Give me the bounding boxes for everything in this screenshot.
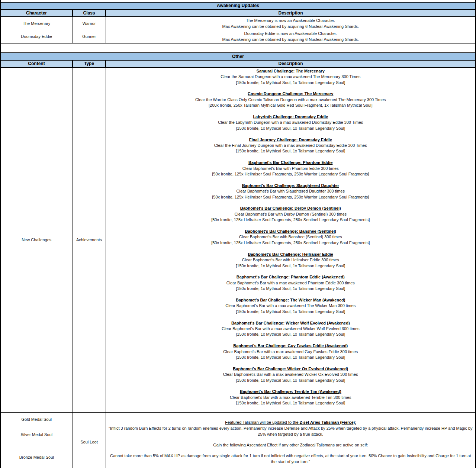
challenge-reward: [200x Ironite, 250x Talisman Mythical Go… xyxy=(107,103,474,108)
content-cell: New Challenges xyxy=(0,68,73,413)
challenge-reward: [50x Ironite, 125x Hellraiser Soul Fragm… xyxy=(107,217,474,223)
challenge-requirement: Clear Baphomet's Bar with a max awakened… xyxy=(107,326,474,332)
other-table: Other Content Type Description New Chall… xyxy=(0,52,476,468)
challenge-reward: [150x Ironite, 1x Mythical Soul, 1x Tali… xyxy=(107,378,474,383)
challenge-reward: [150x Ironite, 1x Mythical Soul, 1x Tali… xyxy=(107,126,474,131)
featured-talisman-line: Featured Talisman will be updated to the… xyxy=(107,419,474,425)
challenge-block: Baphomet's Bar Challenge: Guy Fawkes Edd… xyxy=(107,343,474,360)
challenge-block: Samurai Challenge: The Mercenary Clear t… xyxy=(107,68,474,85)
class-cell: Gunner xyxy=(73,30,106,43)
challenge-requirement: Clear the Final Journey Dungeon with a m… xyxy=(107,143,474,148)
challenge-title: Baphomet's Bar Challenge: Terrible Tim (… xyxy=(107,389,474,394)
content-cell: Silver Medal Soul xyxy=(0,427,73,443)
challenge-block: Cosmic Dungeon Challenge: The Mercenary … xyxy=(107,91,474,108)
soul-loot-description-cell: Featured Talisman will be updated to the… xyxy=(106,412,476,468)
challenge-block: Baphomet's Bar Challenge: Phantom Eddie … xyxy=(107,160,474,177)
challenge-requirement: Clear Baphomet's Bar with Derby Demon (S… xyxy=(107,212,474,217)
header-description: Description xyxy=(106,60,476,67)
challenge-reward: [150x Ironite, 1x Mythical Soul, 1x Tali… xyxy=(107,263,474,269)
challenge-reward: [150x Ironite, 1x Mythical Soul, 1x Tali… xyxy=(107,400,474,406)
challenge-reward: [150x Ironite, 1x Mythical Soul, 1x Tali… xyxy=(107,286,474,291)
challenge-title: Samurai Challenge: The Mercenary xyxy=(107,68,474,74)
challenge-reward: [50x Ironite, 125x Hellraiser Soul Fragm… xyxy=(107,240,474,246)
header-character: Character xyxy=(0,10,73,17)
challenge-reward: [50x Ironite, 125x Hellraiser Soul Fragm… xyxy=(107,194,474,200)
character-cell: Doomsday Eddie xyxy=(0,30,73,43)
challenge-requirement: Clear the Warrior Class Only Cosmic Tali… xyxy=(107,97,474,103)
table-title: Awakening Updates xyxy=(0,2,476,10)
content-cell: Gold Medal Soul xyxy=(0,412,73,427)
challenge-requirement: Clear Baphomet's Bar with Hellraiser Edd… xyxy=(107,257,474,263)
header-description: Description xyxy=(106,10,476,17)
challenge-block: Baphomet's Bar Challenge: Phantom Eddie … xyxy=(107,274,474,291)
challenge-reward: [150x Ironite, 1x Mythical Soul, 1x Tali… xyxy=(107,148,474,154)
challenge-block: Baphomet's Bar Challenge: Wicker Ox Evol… xyxy=(107,366,474,383)
challenge-title: Baphomet's Bar Challenge: Slaughtered Da… xyxy=(107,183,474,188)
challenge-block: Baphomet's Bar Challenge: The Wicker Man… xyxy=(107,297,474,314)
column-divider xyxy=(153,0,153,2)
challenge-block: Baphomet's Bar Challenge: Terrible Tim (… xyxy=(107,389,474,406)
challenge-title: Baphomet's Bar Challenge: Guy Fawkes Edd… xyxy=(107,343,474,349)
challenge-title: Baphomet's Bar Challenge: Wicker Ox Evol… xyxy=(107,366,474,372)
type-cell: Soul Loot xyxy=(73,412,106,468)
table-title: Other xyxy=(0,53,476,60)
challenge-requirement: Clear Baphomet's Bar with a max awakened… xyxy=(107,349,474,355)
challenge-title: Cosmic Dungeon Challenge: The Mercenary xyxy=(107,91,474,97)
soul-loot-row-gold: Gold Medal Soul Soul Loot Featured Talis… xyxy=(0,412,476,427)
character-cell: The Mercenary xyxy=(0,17,73,30)
challenge-reward: [150x Ironite, 1x Mythical Soul, 1x Tali… xyxy=(107,309,474,314)
challenge-title: Baphomet's Bar Challenge: Hellraiser Edd… xyxy=(107,252,474,257)
challenge-reward: [150x Ironite, 1x Mythical Soul, 1x Tali… xyxy=(107,355,474,360)
challenge-reward: [50x Ironite, 125x Hellraiser Soul Fragm… xyxy=(107,171,474,177)
description-text: The Mercenary is now an Awakenable Chara… xyxy=(107,17,474,29)
class-cell: Warrior xyxy=(73,17,106,30)
challenge-requirement: Clear Baphomet's Bar with Banshee (Senti… xyxy=(107,234,474,240)
challenge-requirement: Clear Baphomet's Bar with Phantom Eddie … xyxy=(107,166,474,171)
table-title-row: Other xyxy=(0,53,476,60)
cutoff-row-strip xyxy=(0,0,476,2)
column-header-row: Character Class Description xyxy=(0,10,476,17)
challenge-title: Baphomet's Bar Challenge: Phantom Eddie … xyxy=(107,274,474,280)
header-class: Class xyxy=(73,10,106,17)
challenge-block: Baphomet's Bar Challenge: Banshee (Senti… xyxy=(107,229,474,246)
description-cell: Doomsday Eddie is now an Awakenable Char… xyxy=(106,30,476,43)
challenge-title: Baphomet's Bar Challenge: Wicker Wolf Ev… xyxy=(107,320,474,326)
challenge-requirement: Clear Baphomet's Bar with a max awakened… xyxy=(107,372,474,377)
talisman-effect-text: "Inflict 3 random Burn Effects for 2 tur… xyxy=(107,425,474,437)
challenge-title: Baphomet's Bar Challenge: The Wicker Man… xyxy=(107,297,474,303)
ascendant-effect-intro: Gain the following Ascendant Effect if a… xyxy=(107,442,474,448)
ascendant-effect-text: Cannot take more than 5% of MAX HP as da… xyxy=(107,453,474,465)
content-cell: Bronze Medal Soul xyxy=(0,443,73,468)
challenge-requirement: Clear Baphomet's Bar with a max awakened… xyxy=(107,303,474,309)
awakening-updates-table: Awakening Updates Character Class Descri… xyxy=(0,2,476,43)
new-challenges-row: New Challenges Achievements Samurai Chal… xyxy=(0,68,476,413)
challenge-title: Baphomet's Bar Challenge: Phantom Eddie xyxy=(107,160,474,165)
header-content: Content xyxy=(0,60,73,67)
patch-notes-sheet: Awakening Updates Character Class Descri… xyxy=(0,0,476,468)
column-header-row: Content Type Description xyxy=(0,60,476,67)
description-cell: The Mercenary is now an Awakenable Chara… xyxy=(106,17,476,30)
description-text: Doomsday Eddie is now an Awakenable Char… xyxy=(107,30,474,42)
challenges-description-cell: Samurai Challenge: The Mercenary Clear t… xyxy=(106,68,476,413)
challenge-title: Baphomet's Bar Challenge: Banshee (Senti… xyxy=(107,229,474,234)
challenge-block: Baphomet's Bar Challenge: Hellraiser Edd… xyxy=(107,252,474,269)
challenge-requirement: Clear Baphomet's Bar with a max awakened… xyxy=(107,395,474,400)
table-row: Doomsday Eddie Gunner Doomsday Eddie is … xyxy=(0,30,476,43)
type-cell: Achievements xyxy=(73,68,106,413)
table-gap xyxy=(0,43,476,52)
challenge-block: Baphomet's Bar Challenge: Derby Demon (S… xyxy=(107,206,474,223)
challenge-title: Labyrinth Challenge: Doomsday Eddie xyxy=(107,114,474,120)
challenge-reward: [150x Ironite, 1x Mythical Soul, 1x Tali… xyxy=(107,80,474,85)
challenge-requirement: Clear the Labyrinth Dungeon with a max a… xyxy=(107,120,474,125)
challenge-title: Final Journey Challenge: Doomsday Eddie xyxy=(107,137,474,143)
challenge-block: Labyrinth Challenge: Doomsday Eddie Clea… xyxy=(107,114,474,131)
challenge-requirement: Clear Baphomet's Bar with Slaughtered Da… xyxy=(107,188,474,194)
challenge-block: Baphomet's Bar Challenge: Slaughtered Da… xyxy=(107,183,474,200)
challenge-block: Final Journey Challenge: Doomsday Eddie … xyxy=(107,137,474,154)
challenge-requirement: Clear Baphomet's Bar with a max awakened… xyxy=(107,280,474,286)
talisman-name: 2-set Aries Talisman (Fierce) xyxy=(300,420,355,425)
challenge-block: Baphomet's Bar Challenge: Wicker Wolf Ev… xyxy=(107,320,474,338)
challenge-reward: [150x Ironite, 1x Mythical Soul, 1x Tali… xyxy=(107,332,474,337)
challenge-requirement: Clear the Samurai Dungeon with a max awa… xyxy=(107,74,474,80)
header-type: Type xyxy=(73,60,106,67)
